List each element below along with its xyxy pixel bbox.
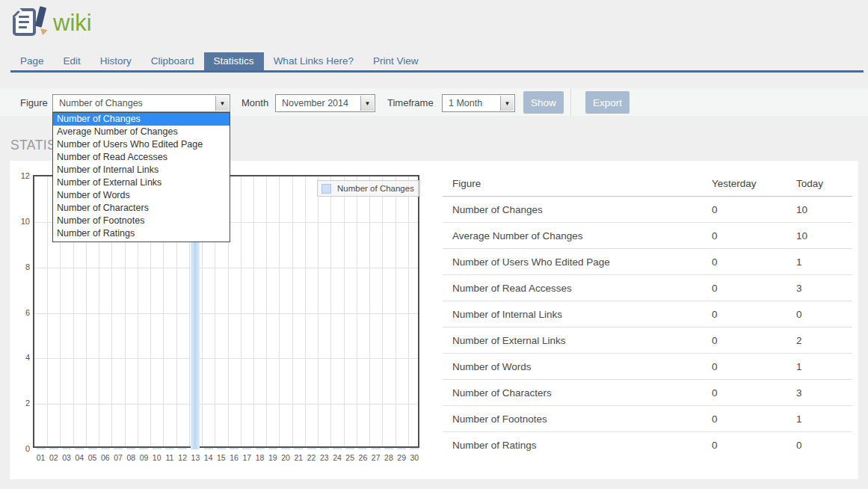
yesterday-cell: 0 — [712, 230, 796, 242]
y-tick-label: 10 — [13, 217, 30, 226]
yesterday-cell: 0 — [712, 283, 796, 294]
export-button[interactable]: Export — [585, 91, 630, 114]
column-header-figure: Figure — [443, 178, 712, 189]
tab-statistics[interactable]: Statistics — [204, 52, 264, 70]
bar-day-19 — [268, 448, 277, 449]
gridline-vertical — [369, 176, 370, 446]
tab-history[interactable]: History — [90, 52, 141, 70]
figure-option-average-number-of-changes[interactable]: Average Number of Changes — [53, 126, 230, 138]
gridline-vertical — [318, 176, 318, 446]
bar-day-16 — [230, 448, 238, 449]
gridline-horizontal — [34, 358, 418, 359]
today-cell: 3 — [796, 283, 852, 294]
figure-cell: Number of Footnotes — [443, 413, 712, 425]
bar-day-04 — [75, 448, 84, 449]
x-tick-label: 01 — [34, 453, 47, 462]
bar-day-28 — [384, 448, 393, 449]
gridline-vertical — [357, 176, 357, 446]
bar-day-13 — [191, 222, 200, 449]
bar-day-01 — [37, 448, 46, 449]
wiki-document-icon — [13, 8, 36, 36]
y-tick-label: 4 — [13, 353, 30, 362]
figure-cell: Number of Words — [443, 361, 712, 372]
tab-what-links-here[interactable]: What Links Here? — [264, 52, 363, 70]
chevron-down-icon[interactable]: ▼ — [500, 96, 514, 111]
x-tick-label: 08 — [125, 453, 138, 462]
today-cell: 1 — [796, 413, 852, 425]
gridline-vertical — [266, 176, 267, 446]
chevron-down-icon[interactable]: ▼ — [215, 96, 229, 111]
column-header-today: Today — [796, 178, 852, 189]
table-row-number-of-external-links: Number of External Links02 — [443, 327, 852, 354]
tab-page[interactable]: Page — [10, 52, 54, 70]
timeframe-label: Timeframe — [387, 97, 434, 108]
figure-option-number-of-internal-links[interactable]: Number of Internal Links — [53, 164, 230, 176]
today-cell: 0 — [796, 309, 852, 320]
gridline-horizontal — [34, 404, 418, 405]
tab-clipboard[interactable]: Clipboard — [141, 52, 204, 70]
figure-option-number-of-characters[interactable]: Number of Characters — [53, 202, 230, 215]
figure-cell: Number of Read Accesses — [443, 283, 712, 294]
table-row-number-of-changes: Number of Changes010 — [443, 197, 852, 223]
tab-underline — [10, 70, 864, 73]
x-tick-label: 30 — [408, 453, 421, 462]
figure-option-number-of-footnotes[interactable]: Number of Footnotes — [53, 215, 230, 227]
column-header-yesterday: Yesterday — [712, 178, 796, 189]
bar-day-29 — [397, 448, 406, 449]
x-tick-label: 28 — [382, 453, 395, 462]
table-row-average-number-of-changes: Average Number of Changes010 — [443, 223, 852, 249]
legend-swatch-icon — [321, 184, 331, 194]
x-tick-label: 04 — [73, 453, 86, 462]
month-select[interactable]: November 2014 ▼ — [275, 94, 375, 112]
gridline-horizontal — [34, 268, 418, 268]
y-tick-label: 0 — [13, 444, 30, 453]
gridline-vertical — [279, 176, 280, 446]
chevron-down-icon[interactable]: ▼ — [360, 96, 374, 111]
bar-day-12 — [178, 448, 187, 449]
gridline-vertical — [408, 176, 409, 446]
figure-select[interactable]: Number of Changes ▼ — [52, 94, 230, 112]
x-tick-label: 13 — [189, 453, 202, 462]
tab-print-view[interactable]: Print View — [363, 52, 428, 70]
gridline-horizontal — [34, 313, 418, 314]
tab-bar: PageEditHistoryClipboardStatisticsWhat L… — [10, 52, 428, 70]
figure-cell: Number of Ratings — [443, 440, 712, 451]
x-tick-label: 07 — [111, 453, 124, 462]
x-tick-label: 05 — [86, 453, 99, 462]
x-tick-label: 06 — [99, 453, 111, 462]
x-tick-label: 14 — [202, 453, 215, 462]
bar-day-15 — [217, 448, 226, 449]
figure-option-number-of-read-accesses[interactable]: Number of Read Accesses — [53, 151, 230, 164]
figure-cell: Average Number of Changes — [443, 230, 712, 242]
x-tick-label: 15 — [215, 453, 227, 462]
bar-day-24 — [333, 448, 342, 449]
bar-day-14 — [204, 448, 213, 449]
wiki-statistics-page: wiki PageEditHistoryClipboardStatisticsW… — [0, 0, 868, 489]
bar-day-21 — [294, 448, 303, 449]
bar-day-17 — [242, 448, 251, 449]
x-tick-label: 23 — [318, 453, 330, 462]
show-button[interactable]: Show — [523, 91, 564, 114]
x-tick-label: 02 — [47, 453, 60, 462]
bar-day-22 — [307, 448, 316, 449]
x-tick-label: 29 — [395, 453, 408, 462]
month-label: Month — [241, 97, 268, 108]
table-row-number-of-words: Number of Words01 — [443, 354, 852, 380]
figure-option-number-of-users-who-edited-page[interactable]: Number of Users Who Edited Page — [53, 138, 230, 151]
yesterday-cell: 0 — [712, 440, 796, 451]
bar-day-18 — [256, 448, 265, 449]
figure-option-number-of-ratings[interactable]: Number of Ratings — [53, 227, 230, 240]
bar-day-10 — [153, 448, 161, 449]
today-cell: 0 — [796, 440, 852, 451]
figure-option-number-of-changes[interactable]: Number of Changes — [53, 113, 230, 126]
timeframe-select[interactable]: 1 Month ▼ — [442, 94, 515, 112]
gridline-vertical — [395, 176, 396, 446]
bar-day-05 — [88, 448, 97, 449]
figure-option-number-of-external-links[interactable]: Number of External Links — [53, 176, 230, 189]
x-tick-label: 22 — [305, 453, 318, 462]
stats-table: FigureYesterdayTodayNumber of Changes010… — [443, 171, 852, 458]
x-tick-label: 21 — [292, 453, 305, 462]
figure-option-number-of-words[interactable]: Number of Words — [53, 189, 230, 202]
tab-edit[interactable]: Edit — [54, 52, 90, 70]
figure-label: Figure — [20, 97, 48, 108]
